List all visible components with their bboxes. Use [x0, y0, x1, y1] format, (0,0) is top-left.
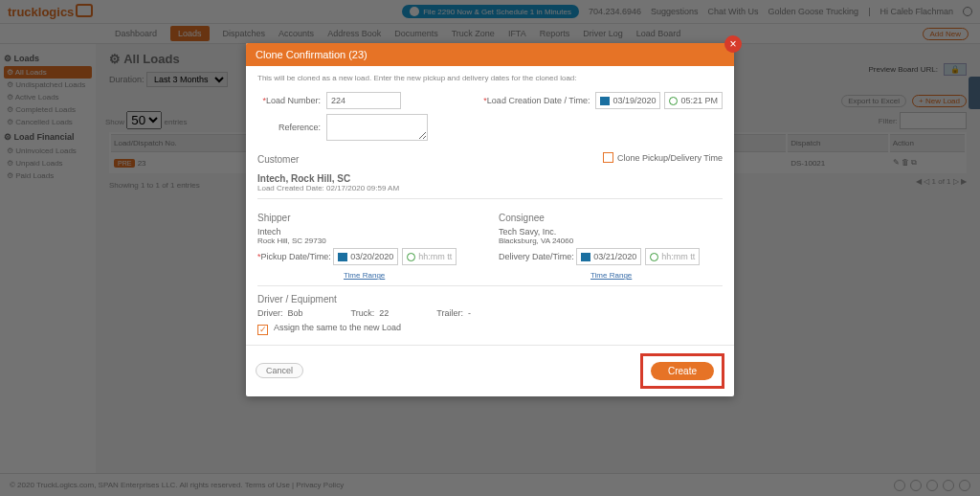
pickup-timerange-link[interactable]: Time Range [344, 271, 385, 280]
lcdt-label: Load Creation Date / Time: [483, 96, 595, 105]
delivery-label: Delivery Date/Time: [499, 252, 574, 261]
modal-title: Clone Confirmation (23) [246, 43, 734, 66]
clone-modal: × Clone Confirmation (23) This will be c… [246, 43, 734, 396]
calendar-icon [600, 97, 610, 105]
customer-created: Load Created Date: 02/17/2020 09:59 AM [257, 184, 723, 192]
consignee-name: Tech Savy, Inc. [499, 227, 723, 237]
consignee-header: Consignee [499, 213, 723, 223]
shipper-name: Intech [257, 227, 481, 237]
assign-label: Assign the same to the new Load [274, 323, 401, 332]
consignee-address: Blacksburg, VA 24060 [499, 237, 723, 245]
modal-subtitle: This will be cloned as a new load. Enter… [257, 74, 723, 82]
loadnum-label: Load Number: [257, 96, 326, 105]
reference-label: Reference: [257, 123, 326, 132]
driver-value: Bob [288, 308, 303, 318]
calendar-icon [338, 253, 347, 261]
shipper-header: Shipper [257, 213, 481, 223]
pickup-time-input[interactable]: hh:mm tt [402, 248, 457, 265]
loadnum-input[interactable] [326, 92, 401, 109]
clock-icon [669, 97, 678, 105]
reference-input[interactable] [326, 114, 428, 141]
lcdt-time-input[interactable]: 05:21 PM [664, 92, 723, 109]
clone-time-checkbox[interactable] [603, 152, 613, 163]
customer-header: Customer [257, 154, 299, 165]
driver-equipment-header: Driver / Equipment [257, 294, 723, 304]
close-icon[interactable]: × [724, 35, 742, 53]
clock-icon [407, 253, 415, 261]
clock-icon [650, 253, 658, 261]
cancel-button[interactable]: Cancel [256, 363, 303, 378]
pickup-label: Pickup Date/Time: [257, 252, 331, 261]
customer-name: Intech, Rock Hill, SC [257, 173, 723, 184]
delivery-timerange-link[interactable]: Time Range [590, 271, 632, 280]
create-button-highlight: Create [640, 353, 724, 389]
trailer-value: - [468, 308, 471, 318]
create-button[interactable]: Create [651, 362, 714, 380]
assign-checkbox[interactable]: ✓ [257, 325, 268, 335]
truck-value: 22 [379, 308, 389, 318]
calendar-icon [581, 253, 590, 261]
pickup-date-input[interactable]: 03/20/2020 [333, 248, 398, 265]
clone-time-label: Clone Pickup/Delivery Time [617, 153, 723, 163]
lcdt-date-input[interactable]: 03/19/2020 [595, 92, 660, 109]
delivery-time-input[interactable]: hh:mm tt [645, 248, 700, 265]
delivery-date-input[interactable]: 03/21/2020 [576, 248, 641, 265]
shipper-address: Rock Hill, SC 29730 [257, 237, 481, 245]
